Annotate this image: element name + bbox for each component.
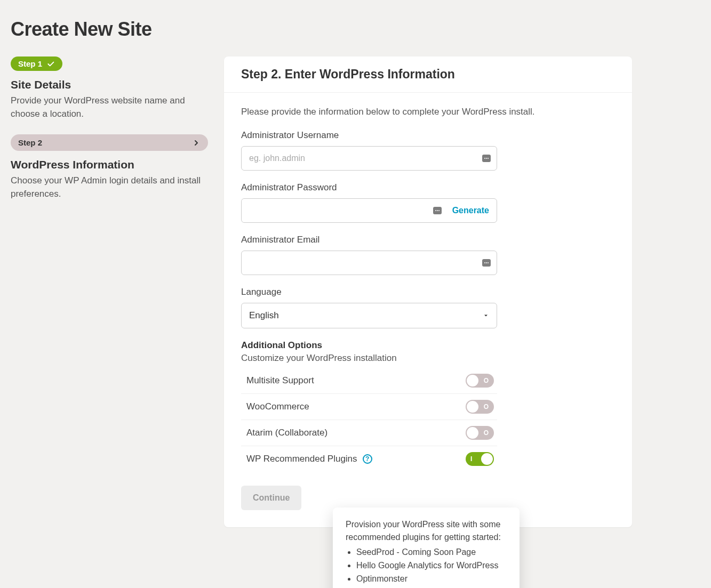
help-icon[interactable]: ? [363,454,372,464]
panel-intro: Please provide the information below to … [241,107,615,117]
additional-sub: Customize your WordPress installation [241,353,615,364]
option-label: Atarim (Collaborate) [246,428,327,438]
step1-desc: Provide your WordPress website name and … [11,94,208,120]
option-recommended-plugins: WP Recommended Plugins ? I [241,446,497,472]
step2-desc: Choose your WP Admin login details and i… [11,174,208,200]
email-field: Administrator Email [241,235,497,275]
toggle-text: O [484,377,489,384]
step2-title: WordPress Information [11,158,208,171]
toggle-text: I [470,455,473,463]
option-label-text: WP Recommended Plugins [246,454,357,464]
keychain-icon[interactable] [433,207,442,214]
step2-pill: Step 2 [11,134,208,151]
toggle-recommended-plugins[interactable]: I [466,452,494,466]
toggle-text: O [484,429,489,437]
option-label: WooCommerce [246,401,309,412]
password-input[interactable] [242,199,433,222]
language-label: Language [241,287,497,297]
step2-pill-label: Step 2 [18,138,42,147]
generate-password-button[interactable]: Generate [445,206,497,215]
additional-heading: Additional Options [241,340,615,351]
language-select[interactable]: English [241,303,497,328]
step1-block[interactable]: Step 1 Site Details Provide your WordPre… [11,57,208,120]
keychain-icon[interactable] [482,259,491,267]
option-label: WP Recommended Plugins ? [246,454,372,464]
step1-title: Site Details [11,78,208,91]
step2-block[interactable]: Step 2 WordPress Information Choose your… [11,134,208,200]
step1-pill-label: Step 1 [18,59,42,68]
sidebar: Step 1 Site Details Provide your WordPre… [11,57,208,527]
caret-down-icon [483,312,489,319]
email-input[interactable] [241,251,497,275]
form-panel: Step 2. Enter WordPress Information Plea… [224,57,632,527]
language-value: English [249,310,279,321]
option-atarim: Atarim (Collaborate) O [241,420,497,446]
password-label: Administrator Password [241,182,497,193]
check-icon [46,60,55,68]
chevron-right-icon [192,139,201,147]
tooltip-item: Optinmonster [356,573,507,586]
email-label: Administrator Email [241,235,497,245]
tooltip-item: WP Forms [356,585,507,588]
username-field: Administrator Username [241,130,497,171]
toggle-atarim[interactable]: O [466,426,494,440]
tooltip-item: SeedProd - Coming Soon Page [356,546,507,559]
username-input[interactable] [241,146,497,171]
tooltip-item: Hello Google Analytics for WordPress [356,559,507,573]
option-multisite: Multisite Support O [241,368,497,394]
page-title: Create New Site [11,18,700,41]
additional-options: Multisite Support O WooCommerce O Atarim… [241,368,497,472]
username-label: Administrator Username [241,130,497,141]
password-field: Administrator Password Generate [241,182,497,223]
tooltip-text: Provision your WordPress site with some … [346,518,507,544]
recommended-plugins-tooltip: Provision your WordPress site with some … [333,508,520,588]
option-label: Multisite Support [246,375,314,386]
continue-button[interactable]: Continue [241,486,301,510]
toggle-text: O [484,403,489,410]
option-woocommerce: WooCommerce O [241,394,497,420]
keychain-icon[interactable] [482,155,491,162]
step1-pill: Step 1 [11,57,62,71]
toggle-multisite[interactable]: O [466,374,494,388]
toggle-woocommerce[interactable]: O [466,400,494,414]
language-field: Language English [241,287,497,328]
panel-heading: Step 2. Enter WordPress Information [241,67,615,82]
